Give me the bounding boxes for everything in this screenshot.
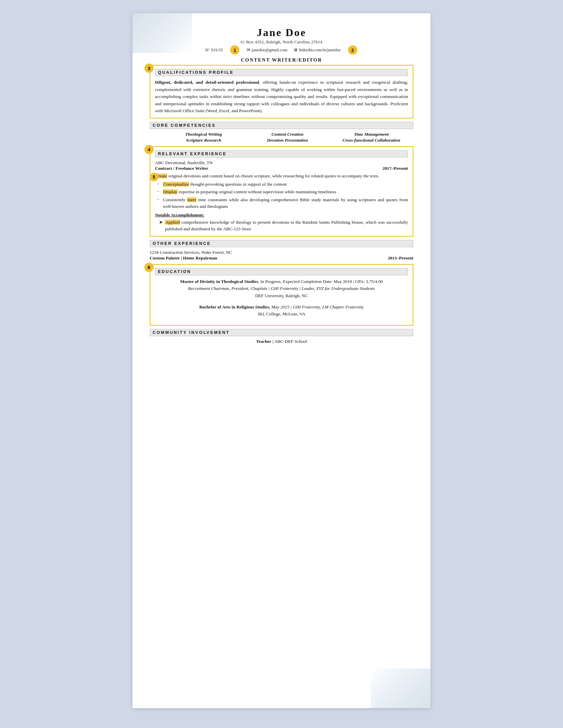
- email-item: ✉ janedoe@gmail.com: [247, 47, 288, 53]
- qualifications-header: Qualifications Profile: [155, 69, 408, 76]
- comp-6: Cross-functional Collaboration: [330, 138, 413, 143]
- edu1-degree-line: Master of Divinity in Theological Studie…: [155, 278, 408, 285]
- comp-4: Scripture Research: [162, 138, 245, 143]
- bullet-1: Conceptualize thought-provoking question…: [163, 181, 408, 188]
- badge-3: 3: [144, 64, 154, 73]
- qualifications-section: 3 Qualifications Profile Diligent, dedic…: [150, 65, 413, 118]
- edu-entry-1: Master of Divinity in Theological Studie…: [155, 278, 408, 299]
- phone-icon: ☏: [204, 47, 210, 53]
- phone-item: ☏ 919.55: [204, 47, 223, 53]
- relevant-bullets: Conceptualize thought-provoking question…: [155, 181, 408, 210]
- core-competencies-section: Core Competencies Theological Writing Co…: [150, 122, 413, 143]
- comp-2: Content Creation: [245, 132, 329, 137]
- other-title: Custom Painter | Home Repairman: [150, 255, 217, 261]
- relevant-title: Contract / Freelance Writer: [155, 166, 208, 171]
- relevant-experience-section: 4 Relevant Experience ABC Devotional, Na…: [150, 146, 413, 237]
- highlight-conceptualize: Conceptualize: [163, 182, 189, 187]
- badge-1: 1: [230, 45, 239, 55]
- candidate-name: Jane Doe: [150, 26, 413, 39]
- resume-page: Jane Doe O. Box 4352, Raleigh, North Car…: [132, 13, 431, 708]
- edu1-rest: , In Progress, Expected Completion Date:…: [258, 279, 383, 284]
- edu1-line3: DEF University, Raleigh, NC: [155, 292, 408, 299]
- email-icon: ✉: [247, 47, 250, 53]
- community-line: Teacher | ABC-DEF School: [150, 339, 413, 344]
- relevant-bullet-0: Create original devotions and content ba…: [155, 173, 408, 179]
- job-title: Content Writer/Editor: [150, 57, 413, 63]
- badge-5: 5: [150, 173, 158, 181]
- notable-item: ➤ Applied comprehensive knowledge of the…: [159, 219, 408, 233]
- other-experience-section: Other Experience 1234 Construction Servi…: [150, 240, 413, 261]
- arrow-icon: ➤: [159, 219, 163, 233]
- edu1-line2: Recruitment Chairman, President, Chaplai…: [155, 285, 408, 292]
- other-title-row: Custom Painter | Home Repairman 2013–Pre…: [150, 255, 413, 261]
- community-header: Community Involvement: [150, 329, 413, 336]
- other-company: 1234 Construction Services, Wake Forest,…: [150, 250, 413, 255]
- edu-entry-2: Bachelor of Arts in Religious Studies, M…: [155, 303, 408, 318]
- other-header: Other Experience: [150, 240, 413, 247]
- bullet-3: Consistently meet time constraints while…: [163, 197, 408, 210]
- resume-header: Jane Doe O. Box 4352, Raleigh, North Car…: [150, 26, 413, 63]
- community-section: Community Involvement Teacher | ABC-DEF …: [150, 329, 413, 344]
- contact-line: ☏ 919.55 1 ✉ janedoe@gmail.com 🖥 linkedi…: [150, 45, 413, 55]
- comp-5: Devotion Presentation: [245, 138, 329, 143]
- email-address: janedoe@gmail.com: [252, 47, 288, 53]
- phone-number: 919.55: [211, 47, 223, 53]
- notable-header: Notable Accomplishment:: [155, 212, 408, 218]
- qualifications-text: Diligent, dedicated, and detail-oriented…: [155, 79, 408, 114]
- relevant-header: Relevant Experience: [155, 150, 408, 158]
- badge-6: 6: [144, 263, 154, 272]
- relevant-dates: 2017–Present: [383, 166, 408, 171]
- address-line: O. Box 4352, Raleigh, North Carolina 276…: [150, 39, 413, 45]
- edu2-line2: JKL College, McLean, VA: [155, 310, 408, 318]
- first-bullet-wrapper: 5 Create original devotions and content …: [155, 173, 408, 179]
- core-header: Core Competencies: [150, 122, 413, 129]
- edu2-rest: May 2015 | GHI Fraternity, LM Chapter Fr…: [270, 304, 364, 309]
- comp-1: Theological Writing: [162, 132, 245, 137]
- badge-2: 2: [348, 45, 357, 55]
- edu2-degree-line: Bachelor of Arts in Religious Studies, M…: [155, 303, 408, 311]
- relevant-title-row: Contract / Freelance Writer 2017–Present: [155, 166, 408, 171]
- highlight-display: Display: [163, 189, 177, 194]
- edu2-degree: Bachelor of Arts in Religious Studies,: [199, 304, 270, 309]
- comp-3: Time Management: [330, 132, 413, 137]
- linkedin-url: linkedin.com/in/janedoe: [299, 47, 341, 53]
- linkedin-item: 🖥 linkedin.com/in/janedoe: [294, 47, 341, 53]
- community-role: Teacher: [256, 339, 271, 344]
- highlight-meet: meet: [187, 197, 196, 202]
- linkedin-icon: 🖥: [294, 47, 298, 53]
- relevant-company: ABC Devotional, Nashville, TN: [155, 160, 408, 165]
- bullet-2: Display expertise in preparing original …: [163, 189, 408, 195]
- highlight-applied: Applied: [165, 220, 180, 225]
- education-section: 6 Education Master of Divinity in Theolo…: [150, 264, 413, 326]
- competencies-grid: Theological Writing Content Creation Tim…: [162, 132, 413, 143]
- other-dates: 2013–Present: [388, 255, 413, 261]
- badge-4: 4: [144, 145, 154, 154]
- edu1-degree: Master of Divinity in Theological Studie…: [180, 279, 258, 284]
- notable-text: Applied comprehensive knowledge of theol…: [165, 219, 408, 233]
- education-header: Education: [155, 268, 408, 275]
